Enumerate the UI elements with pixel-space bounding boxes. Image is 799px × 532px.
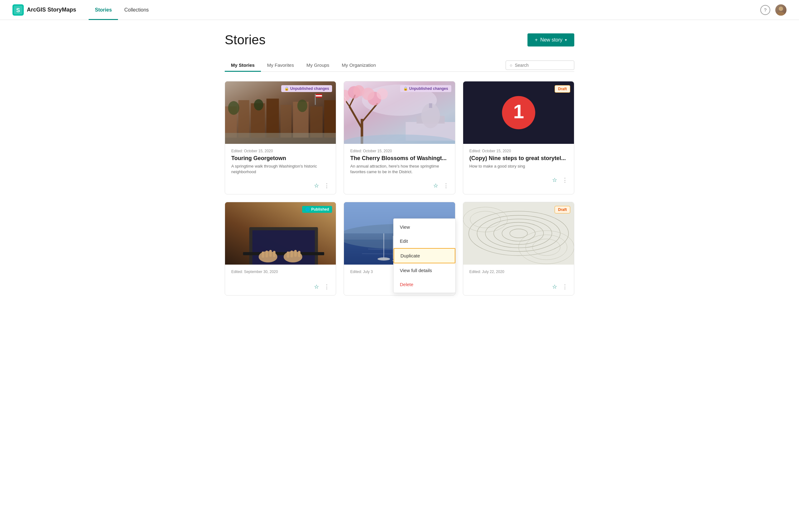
tabs-row: My Stories My Favorites My Groups My Org… (225, 59, 574, 72)
story-card-1: 🔒 Unpublished changes Edited: October 15… (225, 81, 336, 194)
more-button-1[interactable]: ⋮ (323, 181, 331, 190)
search-input[interactable] (515, 63, 570, 68)
card-wrapper-2: 🔒 Unpublished changes Edited: October 15… (344, 81, 455, 194)
main-content: Stories + New story ▾ My Stories My Favo… (212, 20, 587, 308)
svg-rect-48 (243, 252, 324, 255)
context-menu: View Edit Duplicate View full details De… (393, 218, 456, 293)
main-nav: Stories Collections (89, 0, 760, 20)
svg-rect-58 (298, 251, 301, 257)
more-button-4[interactable]: ⋮ (323, 282, 331, 291)
svg-rect-51 (262, 251, 264, 258)
cards-grid: 🔒 Unpublished changes Edited: October 15… (225, 81, 574, 296)
page-header: Stories + New story ▾ (225, 33, 574, 48)
badge-unpublished-1: 🔒 Unpublished changes (281, 85, 332, 92)
user-avatar[interactable] (775, 4, 786, 16)
svg-point-36 (362, 88, 375, 100)
svg-rect-21 (316, 95, 322, 96)
card-title-3: (Copy) Nine steps to great storytel... (470, 155, 568, 162)
more-button-6[interactable]: ⋮ (561, 282, 569, 291)
tab-my-stories[interactable]: My Stories (225, 59, 261, 72)
chevron-down-icon: ▾ (565, 38, 567, 42)
card-body-6: Edited: July 22, 2020 (463, 265, 574, 280)
svg-point-14 (228, 101, 240, 115)
menu-item-edit[interactable]: Edit (394, 234, 455, 248)
tab-my-groups[interactable]: My Groups (300, 59, 336, 72)
svg-rect-73 (463, 206, 574, 262)
card-title-1: Touring Georgetown (231, 155, 329, 162)
favorite-button-6[interactable]: ☆ (551, 282, 558, 291)
new-story-plus: + (535, 37, 538, 43)
svg-rect-9 (267, 99, 279, 138)
card-body-4: Edited: September 30, 2020 (225, 265, 336, 280)
card-desc-2: An annual attraction, here's how these s… (350, 164, 449, 175)
story-card-3: 1 Draft Edited: October 15, 2020 (Copy) … (463, 81, 574, 194)
svg-text:1: 1 (513, 101, 524, 122)
card-image-4[interactable]: 🌐 Published (225, 202, 336, 265)
card-title-2: The Cherry Blossoms of Washingt... (350, 155, 449, 162)
favorite-button-2[interactable]: ☆ (432, 181, 439, 190)
card-footer-4: ☆ ⋮ (225, 280, 336, 295)
svg-rect-56 (290, 250, 293, 258)
card-body-2: Edited: October 15, 2020 The Cherry Blos… (344, 144, 455, 178)
svg-rect-52 (266, 250, 268, 258)
badge-draft-3: Draft (555, 85, 570, 93)
tab-my-favorites[interactable]: My Favorites (261, 59, 300, 72)
new-story-button[interactable]: + New story ▾ (528, 33, 574, 46)
lock-icon-2: 🔒 (403, 87, 408, 91)
globe-icon: 🌐 (305, 207, 310, 212)
card-footer-6: ☆ ⋮ (463, 280, 574, 295)
card-image-2[interactable]: 🔒 Unpublished changes (344, 81, 455, 144)
svg-point-4 (777, 12, 785, 16)
card-desc-1: A springtime walk through Washington's h… (231, 164, 329, 175)
card-edited-4: Edited: September 30, 2020 (231, 270, 329, 274)
svg-rect-10 (281, 105, 291, 138)
header-right: ? (760, 4, 786, 16)
badge-draft-6: Draft (555, 206, 570, 213)
card-edited-2: Edited: October 15, 2020 (350, 149, 449, 153)
story-card-2: 🔒 Unpublished changes Edited: October 15… (344, 81, 455, 194)
tab-my-organization[interactable]: My Organization (336, 59, 382, 72)
svg-rect-17 (225, 133, 336, 144)
card-edited-1: Edited: October 15, 2020 (231, 149, 329, 153)
svg-rect-20 (316, 94, 322, 95)
favorite-button-3[interactable]: ☆ (551, 175, 558, 185)
app-header: S ArcGIS StoryMaps Stories Collections ? (0, 0, 799, 20)
logo-area[interactable]: S ArcGIS StoryMaps (13, 4, 76, 16)
card-edited-3: Edited: October 15, 2020 (470, 149, 568, 153)
svg-rect-53 (269, 250, 272, 257)
app-logo-icon: S (13, 4, 24, 16)
tab-list: My Stories My Favorites My Groups My Org… (225, 59, 506, 72)
card-image-1[interactable]: 🔒 Unpublished changes (225, 81, 336, 144)
svg-text:S: S (16, 7, 20, 14)
nav-stories[interactable]: Stories (89, 0, 118, 20)
card-footer-2: ☆ ⋮ (344, 178, 455, 194)
story-card-4: 🌐 Published Edited: September 30, 2020 ☆… (225, 202, 336, 296)
svg-rect-54 (273, 251, 275, 257)
card-edited-6: Edited: July 22, 2020 (470, 270, 568, 274)
more-button-2[interactable]: ⋮ (442, 181, 450, 190)
svg-point-68 (378, 258, 390, 261)
search-box[interactable]: ○ (506, 60, 574, 70)
svg-rect-55 (287, 251, 289, 258)
page-title: Stories (225, 33, 266, 48)
more-button-3[interactable]: ⋮ (561, 175, 569, 185)
svg-rect-18 (315, 94, 316, 105)
card-image-3[interactable]: 1 Draft (463, 81, 574, 144)
help-button[interactable]: ? (760, 5, 770, 15)
card-image-6[interactable]: Draft (463, 202, 574, 265)
favorite-button-4[interactable]: ☆ (313, 282, 320, 291)
menu-item-delete[interactable]: Delete (394, 278, 455, 291)
menu-item-view-full-details[interactable]: View full details (394, 263, 455, 278)
card-body-1: Edited: October 15, 2020 Touring Georget… (225, 144, 336, 178)
menu-item-duplicate[interactable]: Duplicate (394, 248, 455, 263)
logo-text: ArcGIS StoryMaps (27, 6, 76, 13)
card-body-3: Edited: October 15, 2020 (Copy) Nine ste… (463, 144, 574, 173)
menu-item-view[interactable]: View (394, 220, 455, 234)
svg-rect-7 (239, 100, 249, 138)
svg-rect-57 (294, 250, 297, 257)
favorite-button-1[interactable]: ☆ (313, 181, 320, 190)
nav-collections[interactable]: Collections (118, 0, 155, 20)
badge-unpublished-2: 🔒 Unpublished changes (400, 85, 451, 92)
lock-icon: 🔒 (284, 87, 289, 91)
svg-point-3 (779, 6, 783, 11)
